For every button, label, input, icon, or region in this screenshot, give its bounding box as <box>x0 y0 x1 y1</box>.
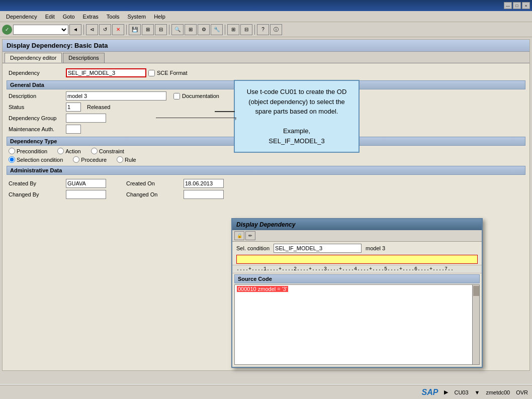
command-field[interactable] <box>13 25 68 35</box>
documentation-checkbox[interactable] <box>173 93 180 99</box>
main-area: Display Dependency: Basic Data Dependenc… <box>0 37 532 384</box>
sel-condition-row: Sel. condition model 3 <box>232 242 482 255</box>
created-on-input[interactable] <box>184 179 224 188</box>
constraint-label: Constraint <box>99 148 124 154</box>
settings-button[interactable]: ⚙ <box>198 24 210 35</box>
tools-button[interactable]: 🔧 <box>211 24 223 35</box>
tab-dependency-editor[interactable]: Dependency editor <box>5 53 62 63</box>
radio-rule[interactable]: Rule <box>117 156 136 163</box>
radio-precondition[interactable]: Precondition <box>9 148 47 154</box>
menu-goto[interactable]: Goto <box>59 13 79 21</box>
popup-edit-button[interactable]: ✏ <box>245 231 255 240</box>
created-by-input[interactable] <box>66 179 106 188</box>
window-controls[interactable]: — □ × <box>504 2 530 9</box>
inner-popup-toolbar: 🔒 ✏ <box>232 230 482 242</box>
maximize-button[interactable]: □ <box>513 2 521 9</box>
nav-prev-button[interactable]: ⊲ <box>86 24 98 35</box>
cancel-button[interactable]: ✕ <box>112 24 124 35</box>
print-button[interactable]: ⊟ <box>155 24 167 35</box>
arrow-line: › <box>156 118 236 118</box>
panel-title: Display Dependency: Basic Data <box>3 40 529 52</box>
created-on-label: Created On <box>126 180 182 186</box>
menu-edit[interactable]: Edit <box>41 13 59 21</box>
dependency-row: Dependency SCE Format <box>9 68 523 77</box>
selection-condition-label: Selection condition <box>17 157 63 163</box>
constraint-radio[interactable] <box>91 148 98 154</box>
find-button[interactable]: 🔍 <box>171 24 184 35</box>
shortcut-button[interactable]: ⊞ <box>142 24 154 35</box>
rule-radio[interactable] <box>117 156 123 163</box>
menu-tools[interactable]: Tools <box>103 13 124 21</box>
maintenance-auth-input[interactable] <box>66 125 81 134</box>
selection-condition-radio[interactable] <box>9 156 15 163</box>
scrollbar-vertical[interactable] <box>472 285 479 364</box>
menu-dependency[interactable]: Dependency <box>2 13 41 21</box>
source-code-container: 000010 zmodel = '3' <box>234 284 480 365</box>
menu-system[interactable]: System <box>123 13 150 21</box>
action-radio[interactable] <box>57 148 64 154</box>
popup-lock-button[interactable]: 🔒 <box>234 231 244 240</box>
rule-label: Rule <box>125 157 136 163</box>
created-by-label: Created By <box>9 180 64 186</box>
precondition-radio[interactable] <box>9 148 15 154</box>
procedure-radio[interactable] <box>73 156 79 163</box>
menu-help[interactable]: Help <box>150 13 169 21</box>
created-by-row: Created By <box>9 179 106 188</box>
back-button[interactable]: ◄ <box>69 24 81 35</box>
inner-popup: Display Dependency 🔒 ✏ Sel. condition mo… <box>231 218 483 368</box>
yellow-input-row[interactable] <box>236 255 478 264</box>
radio-selection-condition[interactable]: Selection condition <box>9 156 63 163</box>
released-label: Released <box>87 104 110 110</box>
separator-3 <box>169 25 169 35</box>
radio-group-2: Selection condition Procedure Rule <box>9 156 523 163</box>
layout-button[interactable]: ⊟ <box>240 24 252 35</box>
system-info: ▶ <box>444 389 448 395</box>
status-logo-area: SAP ▶ CU03 ▼ zmetdc00 OVR <box>422 388 528 397</box>
minimize-button[interactable]: — <box>504 2 512 9</box>
procedure-label: Procedure <box>81 157 107 163</box>
maintenance-auth-label: Maintenance Auth. <box>9 126 64 132</box>
find-next-button[interactable]: ⊞ <box>185 24 197 35</box>
grid-button[interactable]: ⊞ <box>227 24 239 35</box>
close-button[interactable]: × <box>522 2 530 9</box>
main-panel: Display Dependency: Basic Data Dependenc… <box>2 39 530 371</box>
menu-extras[interactable]: Extras <box>79 13 103 21</box>
status-bar: SAP ▶ CU03 ▼ zmetdc00 OVR <box>0 385 532 399</box>
admin-fields: Created By Changed By Created On Changed <box>5 177 527 201</box>
code-content: 000010 zmodel = '3' <box>237 286 288 292</box>
check-button[interactable]: ✓ <box>2 25 12 35</box>
changed-on-input[interactable] <box>184 190 224 199</box>
refresh-button[interactable]: ↺ <box>99 24 111 35</box>
admin-data-section: Administrative Data <box>7 166 525 175</box>
help-button[interactable]: ? <box>257 24 269 35</box>
sel-condition-label: Sel. condition <box>236 245 270 251</box>
description-input[interactable] <box>66 91 166 101</box>
callout-text: Use t-code CU01 to create the OD (object… <box>247 88 347 145</box>
radio-constraint[interactable]: Constraint <box>91 148 124 154</box>
sap-logo: SAP <box>422 388 438 397</box>
status-label: Status <box>9 104 64 110</box>
source-code-header: Source Code <box>234 274 480 283</box>
menu-bar: Dependency Edit Goto Extras Tools System… <box>0 11 532 22</box>
dropdown-arrow[interactable]: ▼ <box>475 389 480 395</box>
code-line-1: 000010 zmodel = '3' <box>235 285 479 293</box>
dependency-label: Dependency <box>9 70 64 76</box>
inner-popup-title: Display Dependency <box>232 219 482 230</box>
dependency-input[interactable] <box>66 68 146 77</box>
sce-format-checkbox[interactable] <box>148 70 155 76</box>
info-button[interactable]: ⓘ <box>270 24 282 35</box>
dependency-group-input[interactable] <box>66 114 106 123</box>
radio-action[interactable]: Action <box>57 148 81 154</box>
save-button[interactable]: 💾 <box>129 24 141 35</box>
sel-condition-input[interactable] <box>274 244 362 253</box>
changed-by-input[interactable] <box>66 190 106 199</box>
radio-procedure[interactable]: Procedure <box>73 156 107 163</box>
tab-descriptions[interactable]: Descriptions <box>63 53 105 63</box>
status-input[interactable] <box>66 103 81 112</box>
scrollbar-thumb[interactable] <box>473 286 479 296</box>
created-on-row: Created On <box>126 179 224 188</box>
precondition-label: Precondition <box>17 148 47 154</box>
action-label: Action <box>65 148 81 154</box>
changed-on-label: Changed On <box>126 191 182 197</box>
sce-format-label: SCE Format <box>157 70 188 76</box>
